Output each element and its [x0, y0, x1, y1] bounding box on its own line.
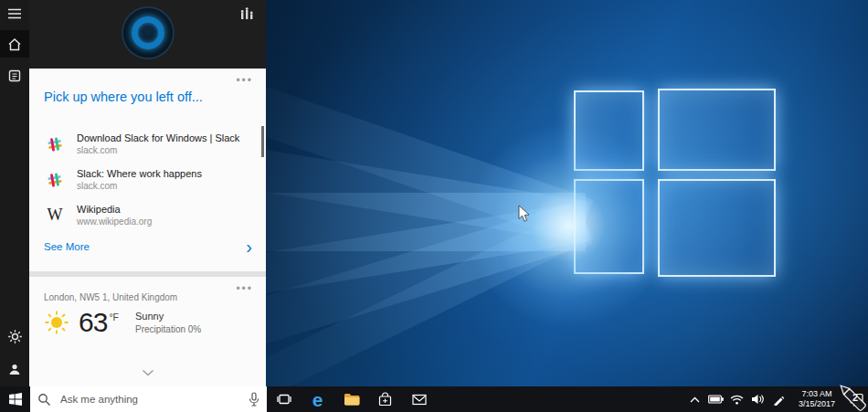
- folder-icon: [344, 393, 360, 406]
- watermark-count: 2: [852, 392, 858, 403]
- battery-status[interactable]: [705, 395, 726, 404]
- battery-icon: [708, 395, 724, 404]
- equalizer-icon: [240, 7, 254, 20]
- sidebar-item-feedback[interactable]: [0, 355, 29, 383]
- weather-location: London, NW5 1, United Kingdom: [44, 292, 177, 302]
- gear-icon: [7, 329, 23, 344]
- card-menu-button[interactable]: •••: [236, 282, 253, 295]
- cortana-ring: [132, 16, 164, 49]
- chevron-down-icon: [142, 369, 153, 376]
- card-title: Pick up where you left off...: [44, 90, 203, 104]
- window-pane-top-right: [658, 89, 776, 171]
- item-subtitle: slack.com: [77, 180, 202, 192]
- weather-precipitation: Precipitation 0%: [135, 324, 201, 334]
- cortana-search-box[interactable]: [30, 386, 267, 412]
- screen: ••• Pick up where you left off... Downlo…: [0, 0, 868, 412]
- presenter-pen-overlay: [828, 375, 868, 412]
- notebook-icon: [8, 69, 21, 82]
- item-title: Download Slack for Windows | Slack: [77, 132, 239, 144]
- person-icon: [8, 363, 21, 375]
- see-more-link[interactable]: See More ›: [44, 240, 252, 253]
- file-explorer-button[interactable]: [334, 386, 368, 412]
- tray-overflow-button[interactable]: [684, 396, 705, 403]
- weather-summary: 63 °F Sunny Precipitation 0%: [44, 307, 201, 338]
- chevron-right-icon: ›: [246, 240, 252, 253]
- windows-logo-icon: [9, 393, 22, 406]
- hamburger-menu-button[interactable]: [0, 0, 29, 27]
- cortana-header: [29, 0, 266, 69]
- slack-icon: [44, 135, 66, 153]
- pen-icon: [773, 394, 785, 406]
- weather-condition: Sunny: [135, 311, 201, 322]
- temperature-value: 63: [79, 307, 107, 338]
- taskbar: e 7:03 A: [0, 386, 868, 412]
- network-status[interactable]: [726, 395, 747, 405]
- list-item-slack-home[interactable]: Slack: Where work happens slack.com: [44, 162, 257, 197]
- sun-icon: [44, 310, 69, 335]
- light-flare: [468, 125, 669, 326]
- home-icon: [7, 37, 22, 51]
- cortana-logo: [123, 8, 173, 58]
- search-icon: [37, 393, 51, 407]
- sidebar-item-settings[interactable]: [0, 322, 29, 350]
- list-item-wikipedia[interactable]: W Wikipedia www.wikipedia.org: [44, 197, 257, 233]
- list-item-slack-download[interactable]: Download Slack for Windows | Slack slack…: [44, 126, 257, 162]
- see-more-label: See More: [44, 241, 90, 252]
- volume-status[interactable]: [747, 394, 768, 405]
- sidebar-item-notebook[interactable]: [0, 62, 29, 90]
- expand-weather-button[interactable]: [142, 364, 153, 380]
- mail-envelope-icon: [412, 394, 427, 406]
- mail-button[interactable]: [402, 386, 436, 412]
- scrollbar-thumb[interactable]: [261, 126, 264, 157]
- mouse-cursor: [518, 205, 530, 227]
- weather-card[interactable]: ••• London, NW5 1, United Kingdom 63 °F …: [29, 277, 266, 386]
- item-title: Wikipedia: [77, 203, 152, 216]
- desktop-wallpaper[interactable]: [266, 0, 868, 386]
- start-button[interactable]: [0, 386, 30, 412]
- microphone-icon[interactable]: [249, 392, 259, 407]
- temperature-unit: °F: [109, 312, 119, 322]
- search-input[interactable]: [58, 393, 249, 406]
- hamburger-icon: [7, 8, 22, 19]
- sidebar-item-home[interactable]: [0, 30, 29, 58]
- ink-workspace-button[interactable]: [768, 394, 789, 406]
- store-bag-icon: [378, 392, 392, 407]
- slack-icon: [44, 171, 66, 189]
- wikipedia-icon: W: [44, 206, 66, 225]
- window-pane-bottom-right: [658, 179, 776, 277]
- speaker-icon: [751, 394, 765, 405]
- item-subtitle: www.wikipedia.org: [77, 216, 152, 227]
- suggestions-card: ••• Pick up where you left off... Downlo…: [29, 69, 266, 271]
- store-button[interactable]: [368, 386, 402, 412]
- music-listening-button[interactable]: [240, 7, 254, 24]
- edge-icon: e: [312, 390, 323, 409]
- task-view-icon: [277, 393, 291, 406]
- edge-browser-button[interactable]: e: [301, 386, 334, 412]
- chevron-up-icon: [690, 396, 700, 403]
- cortana-panel: ••• Pick up where you left off... Downlo…: [0, 0, 266, 386]
- item-subtitle: slack.com: [77, 144, 239, 156]
- wikipedia-glyph: W: [48, 206, 63, 225]
- task-view-button[interactable]: [267, 386, 301, 412]
- card-menu-button[interactable]: •••: [236, 74, 253, 87]
- item-title: Slack: Where work happens: [77, 167, 202, 180]
- cortana-sidebar: [0, 0, 29, 386]
- wifi-icon: [730, 395, 744, 405]
